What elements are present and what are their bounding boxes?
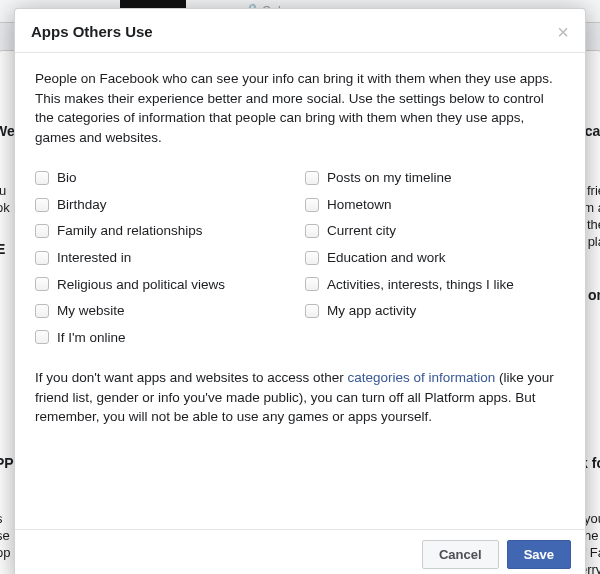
bg-text: lu [0, 183, 6, 198]
bg-text: s [0, 511, 3, 526]
modal-intro-text: People on Facebook who can see your info… [35, 69, 565, 147]
right-checkbox-0[interactable] [305, 171, 319, 185]
left-checkbox-2[interactable] [35, 224, 49, 238]
bg-text: PP [0, 455, 14, 471]
outro-pre: If you don't want apps and websites to a… [35, 370, 348, 385]
bg-text: We [0, 123, 15, 139]
checkbox-column-left: BioBirthdayFamily and relationshipsInter… [35, 161, 295, 354]
checkbox-label: Family and relationships [57, 221, 203, 241]
left-checkbox-0[interactable] [35, 171, 49, 185]
checkbox-row[interactable]: If I'm online [35, 328, 295, 348]
checkbox-row[interactable]: Hometown [305, 195, 565, 215]
right-checkbox-4[interactable] [305, 277, 319, 291]
modal-header: Apps Others Use × [15, 9, 585, 53]
checkbox-row[interactable]: My website [35, 301, 295, 321]
checkbox-label: My website [57, 301, 125, 321]
cancel-button[interactable]: Cancel [422, 540, 499, 569]
checkbox-label: Posts on my timeline [327, 168, 452, 188]
categories-of-information-link[interactable]: categories of information [348, 370, 496, 385]
left-checkbox-5[interactable] [35, 304, 49, 318]
checkbox-label: Birthday [57, 195, 107, 215]
checkbox-row[interactable]: My app activity [305, 301, 565, 321]
right-checkbox-1[interactable] [305, 198, 319, 212]
modal-footer: Cancel Save [15, 529, 585, 574]
checkbox-row[interactable]: Interested in [35, 248, 295, 268]
checkbox-label: Current city [327, 221, 396, 241]
checkbox-row[interactable]: Posts on my timeline [305, 168, 565, 188]
checkbox-label: My app activity [327, 301, 416, 321]
checkbox-row[interactable]: Family and relationships [35, 221, 295, 241]
left-checkbox-4[interactable] [35, 277, 49, 291]
checkbox-label: Education and work [327, 248, 446, 268]
bg-text: E [0, 241, 5, 257]
checkbox-row[interactable]: Bio [35, 168, 295, 188]
checkbox-label: If I'm online [57, 328, 126, 348]
right-checkbox-5[interactable] [305, 304, 319, 318]
checkbox-row[interactable]: Religious and political views [35, 275, 295, 295]
checkbox-label: Hometown [327, 195, 392, 215]
left-checkbox-3[interactable] [35, 251, 49, 265]
checkbox-label: Interested in [57, 248, 131, 268]
checkbox-row[interactable]: Education and work [305, 248, 565, 268]
modal-body: People on Facebook who can see your info… [15, 53, 585, 529]
checkbox-row[interactable]: Activities, interests, things I like [305, 275, 565, 295]
right-checkbox-2[interactable] [305, 224, 319, 238]
bg-text: se [0, 528, 10, 543]
checkbox-label: Religious and political views [57, 275, 225, 295]
apps-others-use-modal: Apps Others Use × People on Facebook who… [14, 8, 586, 574]
checkbox-label: Bio [57, 168, 77, 188]
left-checkbox-6[interactable] [35, 330, 49, 344]
checkbox-label: Activities, interests, things I like [327, 275, 514, 295]
save-button[interactable]: Save [507, 540, 571, 569]
modal-title: Apps Others Use [31, 23, 153, 40]
checkbox-column-right: Posts on my timelineHometownCurrent city… [305, 161, 565, 354]
checkbox-columns: BioBirthdayFamily and relationshipsInter… [35, 161, 565, 354]
bg-text: op [0, 545, 10, 560]
left-checkbox-1[interactable] [35, 198, 49, 212]
checkbox-row[interactable]: Birthday [35, 195, 295, 215]
bg-text: ok [0, 200, 10, 215]
right-checkbox-3[interactable] [305, 251, 319, 265]
close-icon[interactable]: × [557, 25, 569, 39]
modal-outro-text: If you don't want apps and websites to a… [35, 368, 565, 427]
checkbox-row[interactable]: Current city [305, 221, 565, 241]
